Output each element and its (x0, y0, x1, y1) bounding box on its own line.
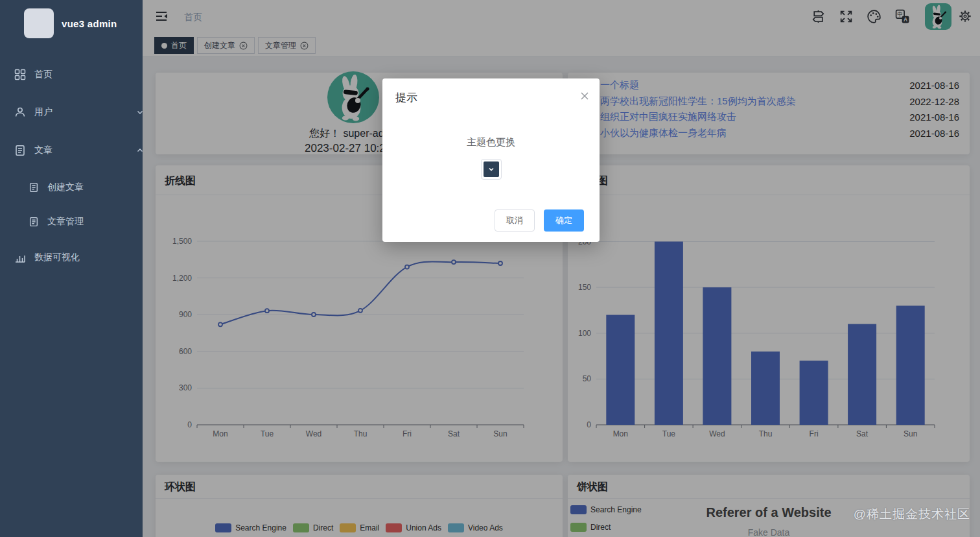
sidebar-item-label: 创建文章 (47, 182, 84, 193)
sidebar-item-label: 文章管理 (47, 216, 84, 228)
doc-icon (29, 182, 39, 193)
sidebar-item-label: 数据可视化 (34, 252, 80, 263)
user-icon (14, 106, 26, 118)
theme-color-picker[interactable] (481, 159, 502, 180)
app-root: vue3 admin 首页用户文章创建文章文章管理数据可视化 首页 (0, 0, 980, 537)
app-title: vue3 admin (62, 18, 117, 29)
dashboard-icon (14, 69, 26, 80)
sidebar-item-label: 首页 (34, 69, 52, 80)
close-icon[interactable] (580, 91, 589, 101)
sidebar: vue3 admin 首页用户文章创建文章文章管理数据可视化 (0, 0, 143, 537)
dialog-message: 主题色更换 (382, 136, 600, 149)
cancel-button[interactable]: 取消 (495, 209, 535, 232)
dialog-title: 提示 (395, 90, 417, 105)
chart-icon (14, 252, 26, 263)
confirm-button[interactable]: 确定 (544, 209, 584, 232)
sidebar-item-1[interactable]: 用户 (0, 94, 157, 130)
theme-dialog: 提示 主题色更换 取消 确定 (382, 78, 600, 242)
article-icon (14, 145, 26, 156)
sidebar-item-0[interactable]: 首页 (0, 56, 157, 93)
doc-icon (29, 217, 39, 227)
dialog-footer: 取消 确定 (495, 209, 584, 232)
sidebar-item-label: 用户 (34, 106, 52, 118)
sidebar-item-5[interactable]: 数据可视化 (0, 239, 157, 276)
sidebar-item-2[interactable]: 文章 (0, 132, 157, 169)
app-logo (24, 8, 54, 38)
color-swatch (484, 161, 499, 177)
chevron-down-icon (487, 165, 495, 173)
sidebar-item-label: 文章 (34, 145, 52, 156)
watermark: @稀土掘金技术社区 (854, 506, 970, 523)
